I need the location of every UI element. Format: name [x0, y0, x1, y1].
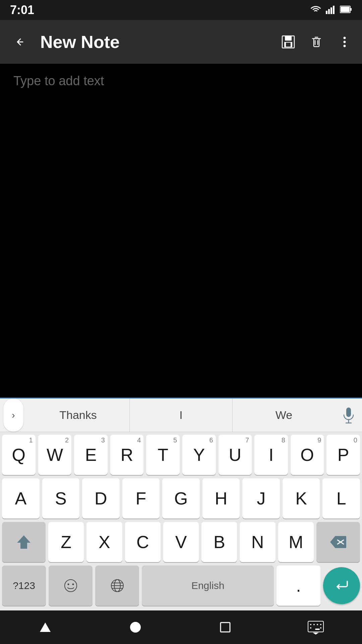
more-options-button[interactable] [337, 35, 352, 49]
period-key[interactable]: . [277, 566, 320, 606]
key-w[interactable]: 2W [38, 435, 72, 475]
suggestions-list: Thanks I We [27, 398, 335, 432]
key-i[interactable]: 8I [254, 435, 288, 475]
svg-rect-5 [350, 8, 352, 11]
numbers-label: ?123 [13, 580, 35, 591]
key-y[interactable]: 6Y [182, 435, 216, 475]
svg-point-17 [344, 41, 346, 43]
key-f[interactable]: F [122, 478, 160, 519]
key-s[interactable]: S [42, 478, 80, 519]
emoji-key[interactable] [49, 566, 93, 606]
svg-rect-6 [341, 7, 350, 12]
svg-point-26 [67, 584, 69, 585]
keyboard-row-3: Z X C V B N M [2, 522, 360, 562]
back-button[interactable] [10, 32, 30, 52]
note-placeholder: Type to add text [13, 74, 104, 88]
svg-rect-8 [285, 36, 292, 41]
keyboard-rows: 1Q 2W 3E 4R 5T 6Y 7U 8I 9O 0P A S D F G … [0, 432, 362, 610]
svg-point-25 [65, 580, 77, 592]
nav-back-button[interactable] [38, 620, 53, 635]
svg-marker-33 [40, 623, 51, 632]
key-b[interactable]: B [201, 522, 237, 562]
suggestion-item-1[interactable]: I [130, 398, 233, 432]
svg-point-18 [344, 45, 346, 47]
key-c[interactable]: C [125, 522, 161, 562]
shift-key[interactable] [2, 522, 46, 562]
svg-point-34 [130, 622, 141, 633]
svg-rect-10 [286, 43, 291, 47]
key-d[interactable]: D [82, 478, 120, 519]
svg-rect-2 [330, 7, 332, 14]
key-l[interactable]: L [322, 478, 360, 519]
svg-rect-0 [326, 11, 327, 14]
key-q[interactable]: 1Q [2, 435, 36, 475]
enter-key[interactable] [323, 567, 360, 604]
nav-home-button[interactable] [128, 620, 143, 635]
keyboard-area: › Thanks I We 1Q 2W 3E 4R 5T 6Y 7U 8I [0, 398, 362, 610]
wifi-icon [310, 5, 322, 15]
spacebar-key[interactable]: English [142, 566, 274, 606]
keyboard-row-1: 1Q 2W 3E 4R 5T 6Y 7U 8I 9O 0P [2, 435, 360, 475]
svg-marker-22 [17, 535, 31, 549]
svg-point-16 [344, 37, 346, 39]
nav-keyboard-button[interactable] [307, 620, 324, 635]
svg-rect-19 [346, 408, 351, 417]
signal-icon [326, 5, 336, 15]
key-o[interactable]: 9O [291, 435, 324, 475]
page-title: New Note [40, 32, 271, 52]
note-content-area[interactable]: Type to add text [0, 64, 362, 398]
suggestions-expand-button[interactable]: › [3, 398, 23, 432]
numbers-key[interactable]: ?123 [2, 566, 46, 606]
spacebar-label: English [191, 580, 224, 591]
key-m[interactable]: M [278, 522, 314, 562]
key-z[interactable]: Z [48, 522, 84, 562]
keyboard-row-4: ?123 English [2, 566, 360, 606]
key-t[interactable]: 5T [146, 435, 180, 475]
svg-rect-1 [328, 9, 330, 14]
key-x[interactable]: X [86, 522, 122, 562]
svg-rect-11 [314, 39, 319, 47]
key-k[interactable]: K [283, 478, 320, 519]
status-time: 7:01 [10, 3, 34, 17]
battery-icon [340, 5, 352, 15]
suggestion-item-0[interactable]: Thanks [27, 398, 130, 432]
key-g[interactable]: G [162, 478, 200, 519]
save-button[interactable] [281, 35, 296, 49]
key-e[interactable]: 3E [74, 435, 108, 475]
nav-recents-button[interactable] [219, 621, 232, 634]
language-key[interactable] [95, 566, 139, 606]
status-icons [310, 5, 352, 15]
suggestion-item-2[interactable]: We [233, 398, 335, 432]
backspace-key[interactable] [316, 522, 360, 562]
key-p[interactable]: 0P [326, 435, 360, 475]
app-bar: New Note [0, 20, 362, 64]
microphone-button[interactable] [335, 398, 362, 432]
key-h[interactable]: H [202, 478, 240, 519]
key-j[interactable]: J [242, 478, 280, 519]
bottom-navigation [0, 610, 362, 644]
key-v[interactable]: V [163, 522, 199, 562]
keyboard-row-2: A S D F G H J K L [2, 478, 360, 519]
key-a[interactable]: A [2, 478, 40, 519]
key-n[interactable]: N [240, 522, 275, 562]
svg-rect-36 [308, 621, 323, 632]
delete-button[interactable] [309, 35, 324, 49]
suggestions-bar: › Thanks I We [0, 398, 362, 432]
svg-rect-3 [333, 6, 335, 14]
app-bar-actions [281, 35, 352, 49]
key-u[interactable]: 7U [219, 435, 252, 475]
svg-rect-35 [221, 623, 230, 632]
svg-point-27 [72, 584, 74, 585]
key-r[interactable]: 4R [110, 435, 144, 475]
status-bar: 7:01 [0, 0, 362, 20]
